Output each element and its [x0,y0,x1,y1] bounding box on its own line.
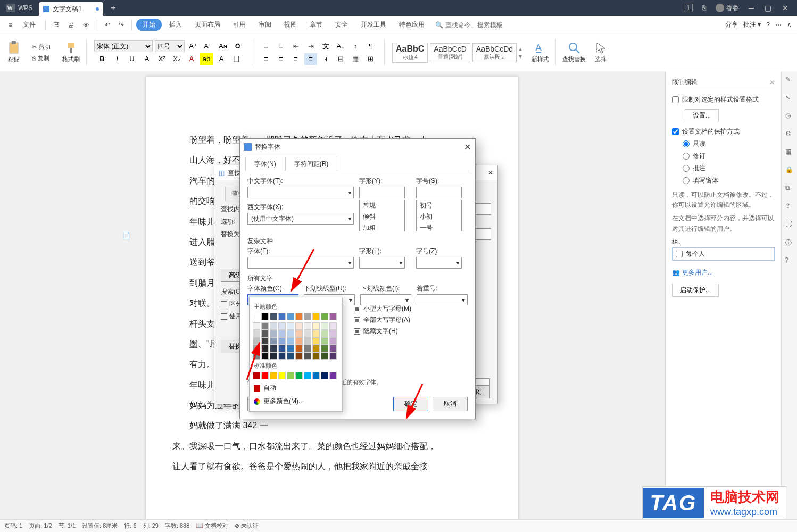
tab-references[interactable]: 引用 [228,17,251,32]
tab-pagelayout[interactable]: 页面布局 [189,17,226,32]
minimize-button[interactable]: ─ [749,4,754,12]
color-swatch[interactable] [321,322,328,330]
color-swatch[interactable] [261,330,269,337]
cut-button[interactable]: ✂剪切 [30,42,53,52]
radio-revision[interactable]: 修订 [683,150,775,162]
lock-icon[interactable]: 🔒 [785,166,794,174]
radio-comment[interactable]: 批注 [683,162,775,174]
color-swatch[interactable] [312,322,320,330]
start-protect-button[interactable]: 启动保护... [672,284,719,297]
color-swatch[interactable] [312,352,320,360]
cn-font-combo[interactable]: ▾ [247,187,354,198]
sort-button[interactable]: A↓ [334,40,347,52]
undo-icon[interactable]: ↶ [102,19,113,31]
color-swatch[interactable] [287,313,294,320]
style-listbox[interactable]: 常规 倾斜 加粗 [359,200,405,231]
bullets-button[interactable]: ≡ [260,40,272,52]
char-shading-button[interactable]: A [215,53,228,65]
show-marks-button[interactable]: ¶ [364,40,377,52]
superscript-button[interactable]: X² [155,53,168,65]
text-direction-button[interactable]: 文 [319,40,332,52]
color-swatch[interactable] [261,345,269,352]
color-swatch[interactable] [312,313,320,320]
collapse-ribbon-icon[interactable]: ∧ [787,21,792,29]
more-users-link[interactable]: 👥更多用户... [672,268,775,277]
status-proof[interactable]: 📖 文档校对 [196,522,228,530]
color-swatch[interactable] [321,313,328,320]
color-swatch[interactable] [253,352,260,360]
color-swatch[interactable] [287,345,294,352]
close-button[interactable]: ✕ [782,4,788,12]
more-colors-button[interactable]: 更多颜色(M)... [253,395,339,408]
color-swatch[interactable] [278,337,286,345]
image-icon[interactable]: ⛶ [785,220,794,229]
set-protect-checkbox[interactable]: 设置文档的保护方式 [672,126,775,138]
share-button[interactable]: 分享 [725,20,738,29]
info-icon[interactable]: ⓘ [785,238,794,247]
new-tab-button[interactable]: + [111,3,115,13]
color-swatch[interactable] [321,345,328,352]
color-swatch[interactable] [253,372,260,379]
cancel-button[interactable]: 取消 [433,397,468,411]
maximize-button[interactable]: ▢ [765,4,771,12]
align-left-button[interactable]: ≡ [260,53,272,65]
color-swatch[interactable] [295,352,303,360]
borders-button[interactable]: ⊞ [364,53,377,65]
user-avatar[interactable]: 香香 [716,4,739,13]
clear-format-button[interactable]: ♻ [231,40,244,52]
pointer-icon[interactable]: ↖ [785,94,794,102]
west-font-combo[interactable]: (使用中文字体)▾ [247,213,354,225]
color-swatch[interactable] [270,352,277,360]
new-style-button[interactable]: A̲ 新样式 [529,39,551,65]
color-swatch[interactable] [287,322,294,330]
file-menu[interactable]: 文件 [18,17,41,32]
save-icon[interactable]: 🖫 [50,19,63,31]
copy-button[interactable]: ⎘复制 [30,53,52,63]
decrease-indent-button[interactable]: ⇤ [289,40,302,52]
color-swatch[interactable] [261,337,269,345]
font-color-button[interactable]: A [185,53,198,65]
color-swatch[interactable] [287,372,294,379]
radio-form[interactable]: 填写窗体 [683,174,775,187]
menu-icon[interactable]: ≡ [5,19,15,31]
color-swatch[interactable] [321,330,328,337]
close-icon[interactable]: ✕ [464,142,471,152]
subscript-button[interactable]: X₂ [170,53,183,65]
help-icon[interactable]: ? [766,21,770,29]
help-icon[interactable]: ? [785,256,794,265]
color-swatch[interactable] [304,337,311,345]
find-replace-button[interactable]: 查找替换 [560,39,588,65]
font-size-select[interactable]: 四号 [155,40,185,52]
radio-readonly[interactable]: 只读 [683,138,775,150]
tab-developer[interactable]: 开发工具 [355,17,392,32]
strike-button[interactable]: A [140,53,153,65]
numbering-button[interactable]: ≡ [275,40,287,52]
change-case-button[interactable]: Aa [217,40,229,52]
style-input[interactable] [359,187,405,198]
color-swatch[interactable] [270,345,277,352]
highlight-button[interactable]: ab [200,53,213,65]
color-swatch[interactable] [253,345,260,352]
color-swatch[interactable] [278,372,286,379]
all-caps-check[interactable]: 全部大写字母(A) [354,314,468,326]
size-input[interactable] [416,187,462,198]
color-swatch[interactable] [295,372,303,379]
bold-button[interactable]: B [96,53,109,65]
close-panel-icon[interactable]: ✕ [769,79,775,86]
color-swatch[interactable] [270,313,277,320]
shrink-font-button[interactable]: A⁻ [202,40,214,52]
color-swatch[interactable] [329,330,337,337]
color-swatch[interactable] [261,322,269,330]
tab-home[interactable]: 开始 [136,19,162,31]
complex-style-combo[interactable]: ▾ [359,257,405,269]
color-swatch[interactable] [329,337,337,345]
color-swatch[interactable] [329,352,337,360]
ok-button[interactable]: 确定 [393,397,428,411]
badge-icon[interactable]: 1 [684,4,693,12]
color-swatch[interactable] [304,352,311,360]
color-swatch[interactable] [270,372,277,379]
color-swatch[interactable] [278,322,286,330]
color-swatch[interactable] [321,337,328,345]
more-icon[interactable]: ⋯ [775,21,782,29]
status-page[interactable]: 页面: 1/2 [29,522,52,530]
